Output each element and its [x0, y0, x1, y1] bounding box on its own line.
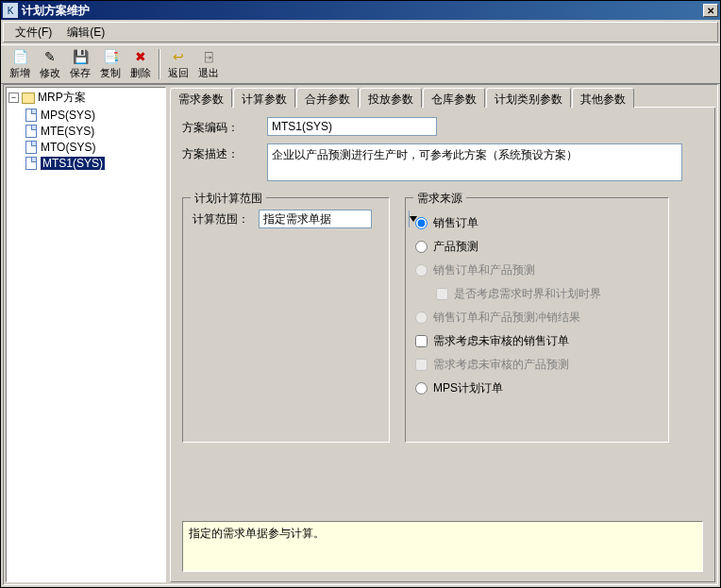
window-title: 计划方案维护 — [22, 3, 703, 19]
toolbar-delete[interactable]: ✖ 删除 — [126, 46, 156, 82]
check-unapproved-sales[interactable]: 需求考虑未审核的销售订单 — [415, 333, 659, 349]
tab-merge[interactable]: 合并参数 — [296, 88, 359, 108]
menu-bar: 文件(F) 编辑(E) — [3, 22, 718, 42]
toolbar: 📄 新增 ✎ 修改 💾 保存 📑 复制 ✖ 删除 ↩ 返回 ⍈ 退出 — [1, 44, 720, 84]
tab-warehouse[interactable]: 仓库参数 — [423, 88, 485, 108]
group-calc-range: 计划计算范围 计算范围： — [182, 197, 390, 443]
check-time-fence: 是否考虑需求时界和计划时界 — [436, 286, 659, 302]
exit-icon: ⍈ — [200, 48, 217, 65]
toolbar-new[interactable]: 📄 新增 — [5, 46, 35, 82]
main-panel: 需求参数 计算参数 合并参数 投放参数 仓库参数 计划类别参数 其他参数 方案编… — [170, 87, 715, 582]
radio-net-result-input — [415, 311, 428, 324]
radio-forecast[interactable]: 产品预测 — [415, 239, 659, 255]
file-icon — [25, 141, 37, 154]
radio-mps-order-input[interactable] — [415, 382, 428, 395]
spacer — [182, 443, 703, 521]
group-demand-source-legend: 需求来源 — [413, 191, 466, 207]
radio-forecast-input[interactable] — [415, 241, 428, 253]
check-unapproved-forecast-input — [415, 359, 428, 371]
toolbar-back[interactable]: ↩ 返回 — [163, 46, 193, 82]
toolbar-separator — [159, 49, 160, 79]
app-icon: K — [3, 3, 18, 18]
tree-item-mts1[interactable]: MTS1(SYS) — [25, 156, 163, 171]
radio-net-result: 销售订单和产品预测冲销结果 — [415, 310, 659, 326]
folder-icon — [22, 92, 35, 104]
row-desc: 方案描述： — [182, 143, 703, 184]
check-unapproved-sales-input[interactable] — [415, 335, 428, 347]
radio-both-input — [415, 264, 428, 277]
file-icon — [25, 125, 37, 138]
desc-textarea[interactable] — [267, 143, 682, 181]
tab-plan-type[interactable]: 计划类别参数 — [486, 88, 571, 108]
menu-edit[interactable]: 编辑(E) — [59, 23, 112, 42]
code-input[interactable] — [267, 117, 437, 136]
file-icon — [25, 157, 37, 170]
tree-panel: − MRP方案 MPS(SYS) MTE(SYS) MTO(SYS) — [6, 87, 166, 582]
tab-calc[interactable]: 计算参数 — [233, 88, 295, 108]
tree-item-mto[interactable]: MTO(SYS) — [25, 140, 163, 155]
title-bar: K 计划方案维护 ✕ — [1, 1, 720, 20]
help-text-box: 指定的需求单据参与计算。 — [182, 521, 703, 572]
toolbar-save[interactable]: 💾 保存 — [65, 46, 95, 82]
tab-other[interactable]: 其他参数 — [572, 88, 634, 108]
delete-icon: ✖ — [132, 48, 149, 65]
client-area: − MRP方案 MPS(SYS) MTE(SYS) MTO(SYS) — [3, 84, 718, 585]
check-unapproved-forecast: 需求考虑未审核的产品预测 — [415, 357, 659, 373]
tab-release[interactable]: 投放参数 — [360, 88, 422, 108]
range-label: 计算范围： — [193, 211, 259, 227]
groupboxes: 计划计算范围 计算范围： 需求来源 — [182, 197, 703, 443]
tree-root[interactable]: − MRP方案 — [8, 90, 163, 106]
tab-demand[interactable]: 需求参数 — [170, 88, 232, 108]
main-window: K 计划方案维护 ✕ 文件(F) 编辑(E) 📄 新增 ✎ 修改 💾 保存 📑 … — [0, 0, 721, 588]
radio-mps-order[interactable]: MPS计划订单 — [415, 380, 659, 396]
radio-sales-order[interactable]: 销售订单 — [415, 215, 659, 231]
toolbar-copy[interactable]: 📑 复制 — [95, 46, 126, 82]
back-icon: ↩ — [170, 48, 187, 65]
combo-row-range: 计算范围： — [193, 210, 379, 228]
tab-content: 方案编码： 方案描述： 计划计算范围 计算范围： — [170, 108, 715, 582]
toolbar-exit[interactable]: ⍈ 退出 — [193, 46, 224, 82]
save-icon: 💾 — [72, 48, 89, 65]
modify-icon: ✎ — [42, 48, 59, 65]
tab-strip: 需求参数 计算参数 合并参数 投放参数 仓库参数 计划类别参数 其他参数 — [170, 87, 715, 108]
group-calc-range-legend: 计划计算范围 — [191, 191, 266, 207]
radio-both: 销售订单和产品预测 — [415, 262, 659, 278]
toolbar-modify[interactable]: ✎ 修改 — [35, 46, 65, 82]
tree-root-label[interactable]: MRP方案 — [38, 90, 86, 106]
range-combo-input[interactable] — [260, 210, 409, 227]
row-code: 方案编码： — [182, 117, 703, 136]
close-button[interactable]: ✕ — [703, 4, 718, 17]
range-combo[interactable] — [259, 210, 372, 228]
check-time-fence-input — [436, 288, 448, 300]
new-icon: 📄 — [11, 48, 28, 65]
tree-item-mps[interactable]: MPS(SYS) — [25, 108, 163, 123]
tree-collapse-icon[interactable]: − — [8, 92, 19, 103]
desc-label: 方案描述： — [182, 143, 267, 162]
tree-item-mte[interactable]: MTE(SYS) — [25, 124, 163, 139]
file-icon — [25, 109, 37, 122]
help-text: 指定的需求单据参与计算。 — [189, 527, 325, 540]
radio-sales-order-input[interactable] — [415, 217, 428, 229]
tree-children: MPS(SYS) MTE(SYS) MTO(SYS) MTS1(SYS) — [25, 108, 163, 171]
copy-icon: 📑 — [102, 48, 119, 65]
menu-file[interactable]: 文件(F) — [8, 23, 59, 42]
code-label: 方案编码： — [182, 117, 267, 136]
group-demand-source: 需求来源 销售订单 产品预测 销售订单和产品预测 — [405, 197, 669, 443]
